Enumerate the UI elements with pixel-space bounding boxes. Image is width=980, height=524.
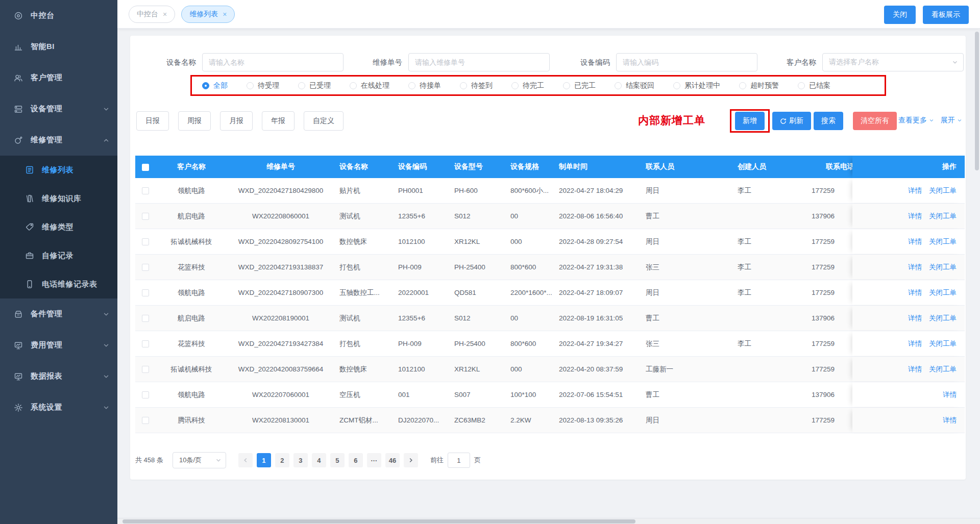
sidebar-item-data-report[interactable]: 数据报表 [0, 361, 117, 392]
detail-link[interactable]: 详情 [908, 339, 922, 348]
row-checkbox[interactable] [142, 340, 149, 347]
view-more-link[interactable]: 查看更多 [898, 116, 934, 125]
tab-console[interactable]: 中控台× [129, 6, 175, 23]
refresh-button[interactable]: 刷新 [772, 112, 811, 130]
order-no-input[interactable] [408, 53, 550, 71]
device-name-input[interactable] [202, 53, 344, 71]
sidebar-subitem-phone-repair-record[interactable]: 电话维修记录表 [0, 270, 117, 298]
sidebar-item-repair-management[interactable]: 维修管理 [0, 124, 117, 156]
horizontal-scrollbar[interactable] [122, 519, 635, 523]
sidebar-item-expense-management[interactable]: 费用管理 [0, 330, 117, 361]
close-order-link[interactable]: 关闭工单 [929, 263, 957, 272]
close-order-link[interactable]: 关闭工单 [929, 365, 957, 374]
sidebar-item-device-management[interactable]: 设备管理 [0, 93, 117, 124]
cell-device-name: 数控铣床 [334, 365, 393, 374]
status-radio-0[interactable]: 全部 [202, 81, 228, 90]
search-button[interactable]: 搜索 [814, 112, 843, 130]
pager-ellipsis[interactable]: ··· [367, 453, 381, 467]
detail-link[interactable]: 详情 [943, 416, 957, 425]
close-order-link[interactable]: 关闭工单 [929, 339, 957, 348]
report-button-3[interactable]: 年报 [262, 111, 295, 131]
sidebar-item-smart-bi[interactable]: 智能BI [0, 31, 117, 62]
gear-icon [13, 403, 23, 413]
status-radio-5[interactable]: 待签到 [460, 81, 493, 90]
pager-page-1[interactable]: 1 [257, 453, 271, 467]
close-order-link[interactable]: 关闭工单 [929, 237, 957, 246]
detail-link[interactable]: 详情 [908, 237, 922, 246]
vertical-scrollbar[interactable] [975, 32, 979, 170]
row-checkbox[interactable] [142, 417, 149, 424]
row-checkbox[interactable] [142, 238, 149, 245]
pager-page-2[interactable]: 2 [275, 453, 289, 467]
row-checkbox[interactable] [142, 187, 149, 194]
report-button-2[interactable]: 月报 [220, 111, 253, 131]
status-radio-1[interactable]: 待受理 [247, 81, 279, 90]
close-icon[interactable]: × [223, 11, 227, 18]
view-more-label: 查看更多 [898, 116, 927, 125]
pager-page-3[interactable]: 3 [293, 453, 308, 467]
close-button[interactable]: 关闭 [884, 6, 916, 24]
status-radio-9[interactable]: 累计处理中 [673, 81, 720, 90]
customer-name-select[interactable]: 请选择客户名称 [822, 53, 964, 71]
prev-page-button[interactable] [238, 453, 253, 467]
pager-page-6[interactable]: 6 [349, 453, 363, 467]
sidebar-subitem-repair-type[interactable]: 维修类型 [0, 213, 117, 241]
status-radio-3[interactable]: 在线处理 [350, 81, 389, 90]
detail-link[interactable]: 详情 [908, 263, 922, 272]
row-checkbox[interactable] [142, 315, 149, 322]
close-order-link[interactable]: 关闭工单 [929, 212, 957, 221]
row-checkbox[interactable] [142, 213, 149, 220]
sidebar-item-customer-management[interactable]: 客户管理 [0, 62, 117, 93]
sidebar-item-label: 自修记录 [42, 251, 74, 261]
sidebar-subitem-self-repair-record[interactable]: 自修记录 [0, 241, 117, 270]
table-row: 花篮科技WXD_20220427193427384打包机PH-009PH-254… [135, 331, 965, 357]
device-code-input[interactable] [616, 53, 757, 71]
add-button[interactable]: 新增 [735, 112, 765, 130]
expand-link[interactable]: 展开 [941, 116, 962, 125]
status-radio-10[interactable]: 超时预警 [739, 81, 779, 90]
row-checkbox[interactable] [142, 391, 149, 398]
close-order-link[interactable]: 关闭工单 [929, 314, 957, 323]
cell-checkbox [135, 263, 156, 271]
sidebar-item-console[interactable]: 中控台 [0, 0, 117, 31]
detail-link[interactable]: 详情 [943, 390, 957, 400]
page-size-select[interactable]: 10条/页 [173, 452, 226, 468]
report-button-0[interactable]: 日报 [136, 111, 169, 131]
pager-page-4[interactable]: 4 [312, 453, 326, 467]
status-radio-2[interactable]: 已受理 [298, 81, 331, 90]
tab-repair-list[interactable]: 维修列表× [181, 6, 235, 23]
next-page-button[interactable] [404, 453, 418, 467]
clear-all-button[interactable]: 清空所有 [853, 112, 897, 130]
detail-link[interactable]: 详情 [908, 186, 922, 195]
detail-link[interactable]: 详情 [908, 288, 922, 297]
customer-name-label: 客户名称 [785, 58, 816, 67]
cell-device-name: 测试机 [334, 314, 393, 323]
detail-link[interactable]: 详情 [908, 365, 922, 374]
status-radio-4[interactable]: 待接单 [408, 81, 441, 90]
status-radio-7[interactable]: 已完工 [563, 81, 596, 90]
sidebar-item-spare-parts-management[interactable]: 备件管理 [0, 298, 117, 330]
detail-link[interactable]: 详情 [908, 212, 922, 221]
status-radio-8[interactable]: 结案驳回 [615, 81, 654, 90]
status-radio-6[interactable]: 待完工 [511, 81, 544, 90]
report-button-1[interactable]: 周报 [178, 111, 211, 131]
sidebar-subitem-repair-list[interactable]: 维修列表 [0, 156, 117, 184]
close-icon[interactable]: × [163, 11, 167, 18]
close-order-link[interactable]: 关闭工单 [929, 186, 957, 195]
pager-page-46[interactable]: 46 [385, 453, 400, 467]
tab-label: 维修列表 [189, 10, 218, 19]
goto-page-input[interactable] [448, 453, 470, 468]
pager-page-5[interactable]: 5 [330, 453, 345, 467]
status-radio-11[interactable]: 已结案 [798, 81, 830, 90]
detail-link[interactable]: 详情 [908, 314, 922, 323]
chevron-down-icon [957, 118, 962, 123]
select-all-checkbox[interactable] [142, 164, 149, 171]
row-checkbox[interactable] [142, 366, 149, 373]
row-checkbox[interactable] [142, 289, 149, 296]
row-checkbox[interactable] [142, 264, 149, 271]
sidebar-item-system-settings[interactable]: 系统设置 [0, 392, 117, 423]
report-button-4[interactable]: 自定义 [304, 111, 344, 131]
sidebar-subitem-repair-knowledge-base[interactable]: 维修知识库 [0, 184, 117, 213]
close-order-link[interactable]: 关闭工单 [929, 288, 957, 297]
board-display-button[interactable]: 看板展示 [923, 6, 969, 24]
